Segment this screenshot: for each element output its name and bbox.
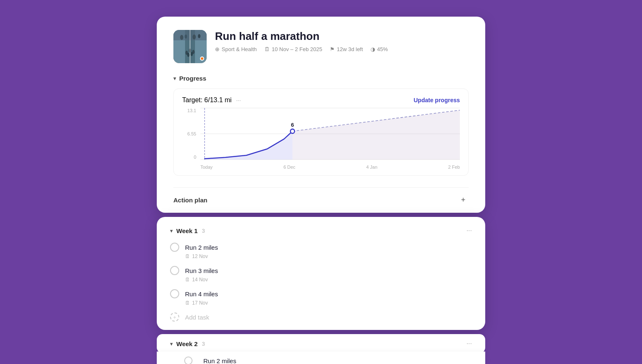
action-plan-add-button[interactable]: + [458, 194, 469, 205]
goal-image-wrapper [173, 30, 207, 63]
svg-point-7 [190, 52, 193, 56]
task-item-run2miles: Run 2 miles 🗓 12 Nov [170, 243, 472, 259]
task-date-run3miles: 🗓 14 Nov [185, 277, 472, 283]
progress-section: ▾ Progress Target: 6/13.1 mi ··· Update … [173, 75, 469, 213]
task-item-run4miles: Run 4 miles 🗓 17 Nov [170, 289, 472, 306]
dates-label: 10 Nov – 2 Feb 2025 [272, 46, 322, 52]
svg-rect-8 [173, 30, 207, 40]
svg-point-18 [290, 129, 294, 133]
task-date-run2miles: 🗓 12 Nov [185, 253, 472, 259]
task-name-run3miles: Run 3 miles [185, 267, 218, 274]
svg-point-4 [189, 49, 191, 53]
action-plan-row: Action plan + [173, 187, 469, 213]
week2-count: 3 [202, 341, 205, 347]
week1-card: ▾ Week 1 3 ··· Run 2 miles 🗓 12 Nov Run … [157, 217, 485, 330]
y-label-mid: 6.55 [188, 131, 196, 136]
y-axis: 13.1 6.55 0 [182, 108, 199, 160]
week2-left: ▾ Week 2 3 [170, 340, 205, 347]
add-task-circle-icon: + [170, 312, 179, 322]
task-name-run2miles: Run 2 miles [185, 244, 218, 251]
target-text: Target: 6/13.1 mi [182, 96, 232, 103]
chart-area: 13.1 6.55 0 [182, 108, 460, 170]
goal-status-dot [200, 57, 204, 61]
goal-meta: ⊕ Sport & Health 🗓 10 Nov – 2 Feb 2025 ⚑… [215, 46, 469, 52]
chart-options-dots[interactable]: ··· [236, 97, 241, 103]
calendar-icon: 🗓 [264, 46, 270, 52]
svg-point-10 [185, 34, 187, 39]
calendar-icon: 🗓 [185, 277, 190, 283]
progress-chevron-icon: ▾ [173, 76, 176, 81]
week1-header: ▾ Week 1 3 ··· [170, 227, 472, 234]
chart-target-label: Target: 6/13.1 mi ··· [182, 96, 241, 104]
update-progress-button[interactable]: Update progress [414, 97, 460, 103]
week2-task-row: Run 2 miles [184, 357, 472, 364]
task-checkbox-run2miles[interactable] [170, 243, 179, 252]
week2-task-name: Run 2 miles [203, 357, 236, 364]
progress-section-label: Progress [179, 75, 206, 82]
svg-point-12 [198, 34, 200, 38]
week1-count: 3 [202, 228, 205, 234]
progress-section-header: ▾ Progress [173, 75, 469, 82]
progress-meta: ◑ 45% [370, 46, 388, 52]
timeleft-label: 12w 3d left [337, 46, 363, 52]
x-label-6dec: 6 Dec [284, 165, 296, 170]
svg-point-11 [193, 34, 196, 39]
task-name-run4miles: Run 4 miles [185, 290, 218, 298]
timeleft-meta: ⚑ 12w 3d left [330, 46, 363, 52]
goal-header: Run half a marathon ⊕ Sport & Health 🗓 1… [173, 30, 469, 63]
add-task-plus-icon: + [173, 314, 176, 320]
week1-title-area: ▾ Week 1 3 [170, 227, 205, 234]
svg-point-9 [180, 35, 183, 40]
progress-pct-label: 45% [377, 46, 388, 52]
calendar-icon: 🗓 [185, 253, 190, 259]
week2-bar: ▾ Week 2 3 ··· [157, 334, 485, 353]
week1-options-button[interactable]: ··· [467, 227, 472, 234]
chart-top: Target: 6/13.1 mi ··· Update progress [182, 96, 460, 104]
goal-title: Run half a marathon [215, 30, 469, 43]
task-row: Run 3 miles [170, 266, 472, 275]
chart-container: Target: 6/13.1 mi ··· Update progress 13… [173, 89, 469, 176]
task-date-text: 17 Nov [192, 300, 208, 306]
action-plan-title: Action plan [173, 197, 207, 204]
svg-text:6: 6 [291, 122, 294, 128]
task-item-run3miles: Run 3 miles 🗓 14 Nov [170, 266, 472, 283]
flag-icon: ⚑ [330, 46, 335, 52]
week1-title: Week 1 [176, 227, 198, 234]
week2-first-task: Run 2 miles [157, 352, 485, 364]
week2-chevron-icon[interactable]: ▾ [170, 341, 173, 347]
y-label-bottom: 0 [194, 155, 196, 160]
chart-svg-container: 6 [200, 108, 460, 160]
task-row: Run 4 miles [170, 289, 472, 298]
add-task-label: Add task [185, 314, 209, 321]
add-task-row[interactable]: + Add task [170, 312, 472, 322]
x-axis: Today 6 Dec 4 Jan 2 Feb [200, 165, 460, 170]
x-label-4jan: 4 Jan [366, 165, 378, 170]
week1-chevron-icon[interactable]: ▾ [170, 228, 173, 234]
task-date-text: 14 Nov [192, 277, 208, 283]
task-checkbox-run3miles[interactable] [170, 266, 179, 275]
calendar-icon: 🗓 [185, 300, 190, 306]
week2-title: Week 2 [176, 340, 198, 347]
x-label-today: Today [200, 165, 212, 170]
chart-svg: 6 [200, 108, 460, 160]
task-row: Run 2 miles [170, 243, 472, 252]
dates-meta: 🗓 10 Nov – 2 Feb 2025 [264, 46, 322, 52]
x-label-2feb: 2 Feb [448, 165, 460, 170]
svg-point-6 [187, 53, 190, 57]
progress-icon: ◑ [370, 46, 375, 52]
category-meta: ⊕ Sport & Health [215, 46, 257, 52]
task-date-text: 12 Nov [192, 253, 208, 259]
goal-card: Run half a marathon ⊕ Sport & Health 🗓 1… [157, 17, 485, 213]
week2-task-checkbox[interactable] [184, 357, 193, 364]
category-label: Sport & Health [222, 46, 257, 52]
task-checkbox-run4miles[interactable] [170, 289, 179, 298]
y-label-top: 13.1 [188, 108, 196, 113]
goal-info: Run half a marathon ⊕ Sport & Health 🗓 1… [215, 30, 469, 52]
category-icon: ⊕ [215, 46, 220, 52]
task-date-run4miles: 🗓 17 Nov [185, 300, 472, 306]
week2-options-button[interactable]: ··· [467, 340, 472, 347]
